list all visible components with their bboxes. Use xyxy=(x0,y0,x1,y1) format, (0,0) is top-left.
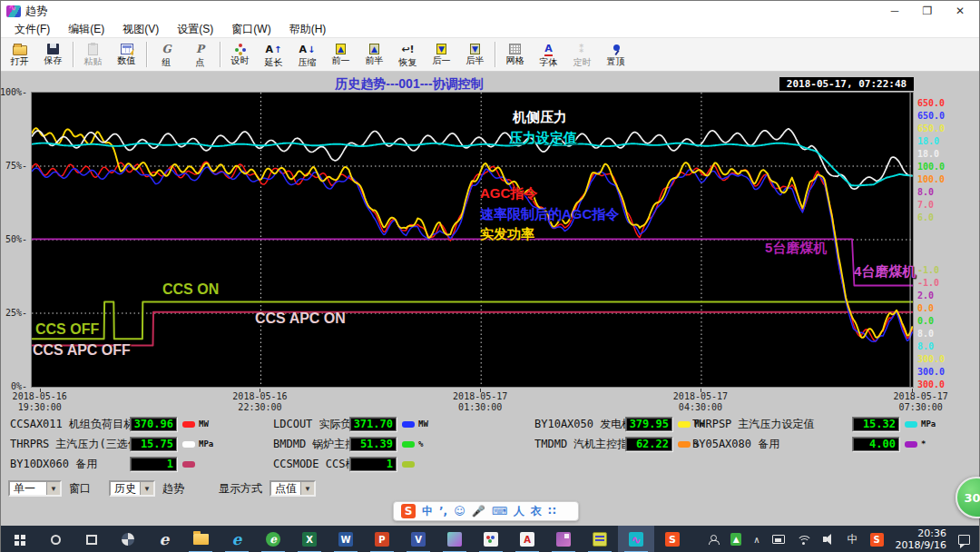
open-icon xyxy=(13,45,27,55)
punctuation-icon[interactable]: ’, xyxy=(439,505,447,518)
trend-mode-dropdown[interactable]: 历史 ▼ xyxy=(109,480,155,497)
tray-sogou-icon[interactable]: S xyxy=(870,533,884,547)
pen-color-swatch xyxy=(182,441,195,448)
minimize-button[interactable]: ─ xyxy=(888,5,901,17)
action-center-icon[interactable] xyxy=(958,535,970,545)
mic-icon[interactable]: 🎤 xyxy=(472,505,485,518)
taskbar-excel-icon[interactable]: X xyxy=(291,526,328,552)
values-button[interactable]: 数值 xyxy=(110,39,143,70)
taskbar-ppt-icon[interactable]: P xyxy=(364,526,400,552)
restore-button[interactable]: ↩!恢复 xyxy=(391,39,425,70)
prev-one-button[interactable]: ▲前一 xyxy=(324,39,358,70)
tray-volume-icon[interactable] xyxy=(823,534,836,545)
word-icon: W xyxy=(338,532,353,547)
folder-icon xyxy=(193,534,209,545)
tray-monitor-icon[interactable] xyxy=(772,535,785,544)
point-value-display: 370.96 xyxy=(130,417,177,431)
curve-label: CCS OFF xyxy=(35,321,99,338)
menu-item-5[interactable]: 窗口(W) xyxy=(223,21,279,38)
keyboard-icon[interactable]: ⌨ xyxy=(492,505,507,518)
taskbar-start-icon[interactable] xyxy=(1,526,37,552)
taskview-icon xyxy=(86,535,97,545)
taskbar-paint-icon[interactable] xyxy=(473,526,509,552)
toolbar-button-label: 打开 xyxy=(11,56,29,66)
taskbar-clip-icon[interactable] xyxy=(582,526,618,552)
menu-item-3[interactable]: 视图(V) xyxy=(114,21,167,38)
taskbar-photo-icon[interactable] xyxy=(545,526,582,552)
font-button[interactable]: A字体 xyxy=(532,39,565,70)
right-axis-min-label: 300.0 xyxy=(917,353,945,366)
next-one-button[interactable]: ▼后一 xyxy=(425,39,458,70)
toolbox-icon[interactable]: ∷ xyxy=(548,505,555,518)
grid-button[interactable]: 网格 xyxy=(498,39,532,70)
tray-chevron-up-icon[interactable]: ∧ xyxy=(753,535,760,545)
window-mode-dropdown[interactable]: 单一 ▼ xyxy=(8,480,62,497)
taskbar-media-icon[interactable] xyxy=(436,526,473,552)
toolbar-button-label: 后半 xyxy=(466,55,485,65)
settime-icon xyxy=(235,44,246,54)
display-control-bar: 单一 ▼ 窗口 历史 ▼ 趋势 显示方式 点值 ▼ xyxy=(1,480,316,497)
point-tag-label: CCSMODE CCS模式 xyxy=(273,457,349,472)
tray-people-icon[interactable] xyxy=(708,535,719,544)
taskbar-ie-icon[interactable]: e xyxy=(146,526,182,552)
sogou-ime-toolbar[interactable]: S 中’,☺🎤⌨人衣∷ xyxy=(393,501,579,521)
zh-mode-icon[interactable]: 中 xyxy=(422,504,433,519)
compress-button[interactable]: A↓压缩 xyxy=(290,39,324,70)
right-axis-max-label: 18.0 xyxy=(917,135,939,148)
taskbar-pinwheel-icon[interactable] xyxy=(110,526,146,552)
sogou-logo-icon[interactable]: S xyxy=(401,504,416,518)
display-mode-label: 显示方式 xyxy=(219,481,262,497)
open-button[interactable]: 打开 xyxy=(3,39,36,70)
taskbar-clock[interactable]: 20:362018/9/16 xyxy=(896,527,946,551)
taskbar-sogou-icon[interactable]: S xyxy=(654,526,691,552)
next-half-button[interactable]: ▼后半 xyxy=(458,39,492,70)
taskbar-taskview-icon[interactable] xyxy=(74,526,110,552)
pen-color-swatch xyxy=(402,461,415,468)
curve-label: CCS APC ON xyxy=(255,310,346,327)
menu-bar: 文件(F)编辑(E)视图(V)设置(S)窗口(W)帮助(H) xyxy=(1,21,979,38)
pen-color-swatch xyxy=(182,461,195,468)
menu-item-1[interactable]: 文件(F) xyxy=(6,21,58,38)
close-button[interactable]: ✕ xyxy=(954,5,966,17)
trend-mode-value: 历史 xyxy=(111,481,140,497)
trend-icon: ∿ xyxy=(629,532,643,547)
emoji-icon[interactable]: ☺ xyxy=(454,505,466,518)
dropdown-arrow-icon[interactable]: ▼ xyxy=(300,482,314,495)
toolbar-button-label: 置顶 xyxy=(607,56,625,66)
save-button[interactable]: 保存 xyxy=(36,39,70,70)
pen-color-swatch xyxy=(402,421,415,428)
settime-button[interactable]: 设时 xyxy=(223,39,257,70)
skin-icon[interactable]: 衣 xyxy=(531,504,542,519)
taskbar-browser360-icon[interactable]: e xyxy=(255,526,291,552)
dropdown-arrow-icon[interactable]: ▼ xyxy=(140,482,153,495)
pin-button[interactable]: 置顶 xyxy=(599,39,632,70)
menu-item-4[interactable]: 设置(S) xyxy=(169,21,221,38)
taskbar-edge-icon[interactable]: e xyxy=(219,526,255,552)
taskbar-visio-icon[interactable]: V xyxy=(400,526,436,552)
group-button[interactable]: G组 xyxy=(150,39,183,70)
toolbar-button-label: 恢复 xyxy=(399,57,417,67)
taskbar-acad-icon[interactable]: A xyxy=(509,526,545,552)
right-axis-min-label: 2.0 xyxy=(917,290,934,302)
person-icon[interactable]: 人 xyxy=(514,504,524,519)
point-unit-label: * xyxy=(921,439,926,448)
menu-item-2[interactable]: 编辑(E) xyxy=(60,21,113,38)
right-axis-min-label: 0.0 xyxy=(917,315,934,328)
dropdown-arrow-icon[interactable]: ▼ xyxy=(46,482,60,495)
trend-plot-area[interactable]: 机侧压力压力设定值AGC指令速率限制后的AGC指令实发功率5台磨煤机4台磨煤机C… xyxy=(31,92,914,388)
tray-wifi-icon[interactable] xyxy=(797,534,811,545)
taskbar-search-icon[interactable] xyxy=(37,526,74,552)
menu-item-6[interactable]: 帮助(H) xyxy=(281,21,335,38)
taskbar-trend-icon[interactable]: ∿ xyxy=(618,526,654,552)
maximize-button[interactable]: ❐ xyxy=(921,5,934,17)
system-tray: ▲∧中S20:362018/9/16 xyxy=(708,527,979,551)
taskbar-folder-icon[interactable] xyxy=(182,526,219,552)
prev-half-button[interactable]: ▲前半 xyxy=(358,39,391,70)
tray-usb-icon[interactable]: ▲ xyxy=(730,533,741,546)
point-button[interactable]: P点 xyxy=(183,39,217,70)
extend-button[interactable]: A↑延长 xyxy=(257,39,290,70)
tray-ime-zh-icon[interactable]: 中 xyxy=(848,532,858,547)
display-mode-dropdown[interactable]: 点值 ▼ xyxy=(270,480,316,497)
point-tag-label: BMDMD 锅炉主控指令 xyxy=(273,437,349,452)
taskbar-word-icon[interactable]: W xyxy=(328,526,364,552)
